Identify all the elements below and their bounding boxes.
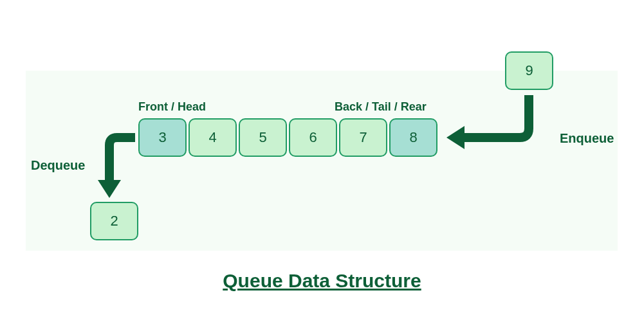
svg-marker-1: [446, 126, 465, 149]
diagram-title: Queue Data Structure: [0, 270, 644, 292]
queue-diagram: 3 4 5 6 7 8 2 9 Front / Head Back / Tail…: [0, 0, 644, 322]
